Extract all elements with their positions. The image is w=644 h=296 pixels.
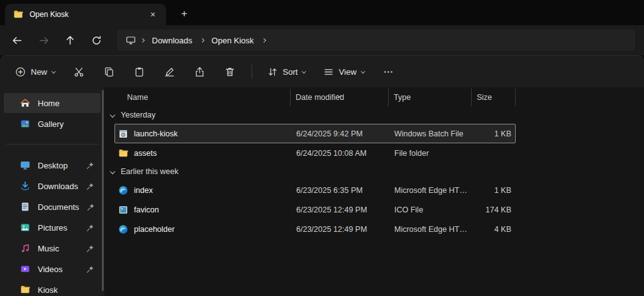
pin-icon <box>86 182 94 190</box>
breadcrumb-item-open-kiosk[interactable]: Open Kiosk <box>207 33 258 48</box>
pin-icon <box>87 203 95 211</box>
sidebar-item-label: Desktop <box>38 161 68 170</box>
share-button[interactable] <box>187 60 213 83</box>
sidebar-separator <box>6 144 98 145</box>
paste-button[interactable] <box>127 60 152 83</box>
tab-bar: Open Kiosk × + <box>0 0 644 25</box>
file-name-cell: index <box>115 185 291 195</box>
forward-button[interactable] <box>31 30 55 51</box>
file-row-placeholder[interactable]: placeholder 6/23/2025 12:49 PM Microsoft… <box>114 219 516 239</box>
file-row-favicon[interactable]: favicon 6/23/2025 12:49 PM ICO File 174 … <box>114 200 516 219</box>
group-header-earlier-this-week[interactable]: Earlier this week <box>104 163 644 180</box>
rename-button[interactable] <box>157 60 182 83</box>
share-icon <box>194 67 205 77</box>
refresh-icon <box>91 35 102 46</box>
column-header-size[interactable]: Size <box>472 89 516 106</box>
file-name-cell: assets <box>115 148 291 158</box>
app-body: New Sort <box>0 55 644 296</box>
toolbar-divider <box>252 65 252 79</box>
desktop-icon <box>20 160 30 170</box>
folder-icon <box>118 148 128 158</box>
file-list-pane: Name Date modified Type Size Yeste <box>104 87 644 296</box>
sidebar-item-label: Documents <box>38 202 79 212</box>
content-area: Home Gallery Desktop <box>0 87 644 296</box>
pin-icon <box>86 162 94 170</box>
copy-button[interactable] <box>97 60 122 83</box>
group-header-label: Earlier this week <box>121 167 179 176</box>
sidebar-item-desktop[interactable]: Desktop <box>4 155 101 175</box>
documents-icon <box>20 202 30 212</box>
sidebar-scrollbar[interactable] <box>102 90 104 291</box>
sidebar-item-pictures[interactable]: Pictures <box>4 217 101 238</box>
see-more-button[interactable] <box>375 60 401 83</box>
edge-html-icon <box>118 185 128 195</box>
file-name: favicon <box>134 206 159 214</box>
chevron-down-icon <box>52 69 55 73</box>
batch-file-icon <box>118 129 128 139</box>
file-explorer-window: Open Kiosk × + Downloads Open Kiosk <box>0 0 644 296</box>
file-date-modified: 6/24/2025 10:08 AM <box>291 149 389 158</box>
file-type: Microsoft Edge HT… <box>389 225 472 234</box>
group-header-yesterday[interactable]: Yesterday <box>104 106 644 124</box>
sidebar-item-music[interactable]: Music <box>4 238 101 258</box>
file-size: 174 KB <box>472 206 516 214</box>
paste-icon <box>134 67 145 77</box>
sort-button[interactable]: Sort <box>261 60 312 83</box>
ellipsis-icon <box>383 67 394 77</box>
breadcrumb-chevron-icon <box>200 38 204 42</box>
file-date-modified: 6/23/2025 12:49 PM <box>291 206 389 214</box>
collapse-chevron-icon <box>110 112 115 118</box>
sidebar-item-label: Gallery <box>38 119 64 129</box>
file-size: 1 KB <box>472 186 516 195</box>
videos-icon <box>20 264 30 274</box>
file-row-launch-kiosk[interactable]: launch-kiosk 6/24/2025 9:42 PM Windows B… <box>114 124 516 143</box>
sidebar-item-gallery[interactable]: Gallery <box>4 114 101 134</box>
cut-button[interactable] <box>67 60 92 83</box>
file-size: 4 KB <box>472 225 516 234</box>
new-button-label: New <box>31 67 47 77</box>
pin-icon <box>86 224 94 232</box>
file-date-modified: 6/23/2025 12:49 PM <box>291 225 389 234</box>
column-header-label: Name <box>127 93 148 102</box>
column-header-name[interactable]: Name <box>114 89 291 106</box>
back-arrow-icon <box>12 35 23 46</box>
sidebar-item-documents[interactable]: Documents <box>4 197 101 217</box>
forward-arrow-icon <box>38 35 49 46</box>
delete-button[interactable] <box>218 60 243 83</box>
sidebar-item-home[interactable]: Home <box>4 93 101 113</box>
folder-icon <box>20 285 30 295</box>
back-button[interactable] <box>5 30 29 51</box>
downloads-icon <box>20 181 30 191</box>
file-type: File folder <box>389 149 472 158</box>
up-button[interactable] <box>58 30 82 51</box>
sidebar-item-label: Videos <box>38 265 63 274</box>
breadcrumb-chevron-icon[interactable] <box>262 38 265 42</box>
sort-button-label: Sort <box>283 67 298 77</box>
chevron-down-icon <box>302 69 306 73</box>
music-icon <box>20 243 30 253</box>
sidebar-item-kiosk[interactable]: Kiosk <box>4 280 101 296</box>
file-name: index <box>134 186 153 195</box>
refresh-button[interactable] <box>84 30 108 51</box>
file-row-assets[interactable]: assets 6/24/2025 10:08 AM File folder <box>114 143 516 163</box>
this-pc-icon[interactable] <box>123 35 137 45</box>
ico-file-icon <box>118 205 128 215</box>
tab-close-button[interactable]: × <box>145 8 161 21</box>
sidebar-item-videos[interactable]: Videos <box>4 259 101 279</box>
column-header-label: Type <box>394 93 411 102</box>
new-tab-button[interactable]: + <box>175 5 194 23</box>
chevron-down-icon <box>361 69 365 73</box>
view-button[interactable]: View <box>317 60 370 83</box>
sidebar-item-downloads[interactable]: Downloads <box>4 176 101 196</box>
file-type: Microsoft Edge HT… <box>389 186 472 195</box>
column-header-date-modified[interactable]: Date modified <box>291 89 389 106</box>
file-type: ICO File <box>389 206 472 214</box>
new-button[interactable]: New <box>9 60 62 83</box>
file-row-index[interactable]: index 6/23/2025 6:35 PM Microsoft Edge H… <box>114 180 516 200</box>
breadcrumb-item-downloads[interactable]: Downloads <box>148 33 197 48</box>
sidebar-item-label: Downloads <box>38 182 78 191</box>
pin-icon <box>86 244 94 253</box>
file-name-cell: launch-kiosk <box>115 129 291 139</box>
explorer-tab-open-kiosk[interactable]: Open Kiosk × <box>5 4 166 25</box>
column-header-type[interactable]: Type <box>389 89 472 106</box>
